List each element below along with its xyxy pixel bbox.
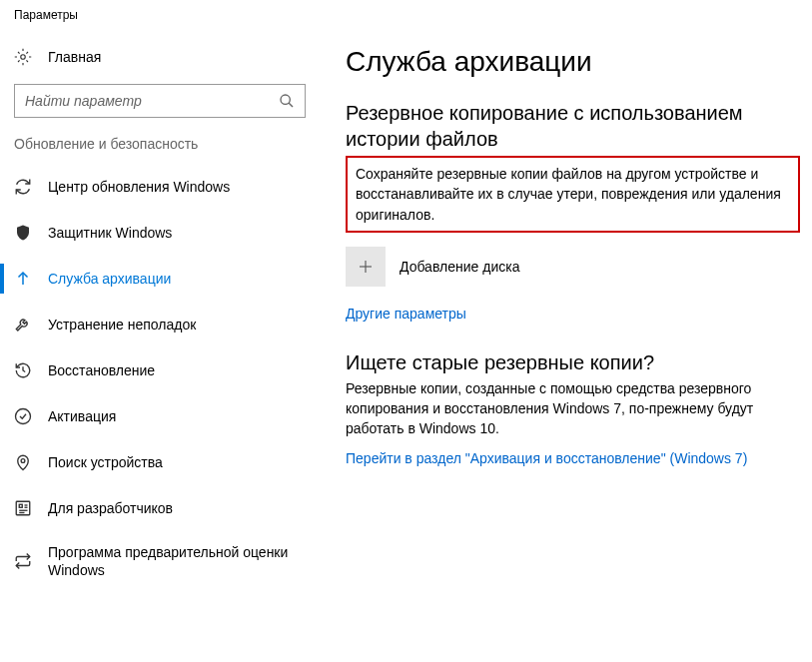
section-old-backups-body: Резервные копии, созданные с помощью сре… [346,378,800,439]
location-icon [14,453,32,471]
shield-icon [14,224,32,242]
svg-point-5 [21,459,25,463]
check-circle-icon [14,407,32,425]
search-input[interactable] [25,93,271,109]
page-title: Служба архивации [346,46,800,78]
win7-backup-link[interactable]: Перейти в раздел "Архивация и восстановл… [346,450,747,466]
sidebar-item-label: Устранение неполадок [48,316,196,333]
wrench-icon [14,316,32,333]
add-disk-label: Добавление диска [400,259,519,275]
sidebar-item-label: Программа предварительной оценки Windows [48,543,306,579]
window-title: Параметры [0,0,812,28]
highlighted-description: Сохраняйте резервные копии файлов на дру… [346,156,800,233]
search-icon [279,93,295,109]
sidebar-item-defender[interactable]: Защитник Windows [0,210,320,256]
svg-point-4 [16,409,31,424]
main-content: Служба архивации Резервное копирование с… [320,28,812,662]
sidebar-item-backup[interactable]: Служба архивации [0,256,320,302]
svg-point-1 [281,95,290,104]
add-disk-button[interactable] [346,247,386,287]
sidebar-item-windows-update[interactable]: Центр обновления Windows [0,164,320,210]
sidebar-item-label: Центр обновления Windows [48,178,230,196]
sync-arrows-icon [14,552,32,570]
sidebar-item-label: Активация [48,407,116,425]
sidebar-item-recovery[interactable]: Восстановление [0,347,320,393]
category-header: Обновление и безопасность [0,136,320,164]
search-box[interactable] [14,84,306,118]
sidebar-item-label: Восстановление [48,361,155,379]
home-nav[interactable]: Главная [0,40,320,76]
more-options-link[interactable]: Другие параметры [346,306,466,322]
sidebar: Главная Обновление и безопасность Центр [0,28,320,662]
developer-icon [14,499,32,517]
section-file-history-title: Резервное копирование с использованием и… [346,100,800,152]
sidebar-item-developers[interactable]: Для разработчиков [0,485,320,531]
gear-icon [14,48,32,66]
add-disk-row: Добавление диска [346,247,800,287]
sidebar-item-label: Защитник Windows [48,224,172,242]
history-icon [14,361,32,379]
section-file-history-body: Сохраняйте резервные копии файлов на дру… [356,164,790,225]
home-label: Главная [48,49,101,65]
upload-icon [14,270,32,288]
plus-icon [357,258,375,276]
sync-icon [14,178,32,196]
section-old-backups-title: Ищете старые резервные копии? [346,351,800,374]
svg-line-2 [289,103,293,107]
sidebar-item-troubleshoot[interactable]: Устранение неполадок [0,302,320,347]
svg-rect-7 [19,504,22,507]
sidebar-item-label: Для разработчиков [48,499,173,517]
sidebar-item-label: Поиск устройства [48,453,163,471]
sidebar-item-activation[interactable]: Активация [0,393,320,439]
sidebar-item-label: Служба архивации [48,270,171,288]
sidebar-item-find-device[interactable]: Поиск устройства [0,439,320,485]
sidebar-item-insider[interactable]: Программа предварительной оценки Windows [0,531,320,591]
svg-point-0 [21,55,26,60]
